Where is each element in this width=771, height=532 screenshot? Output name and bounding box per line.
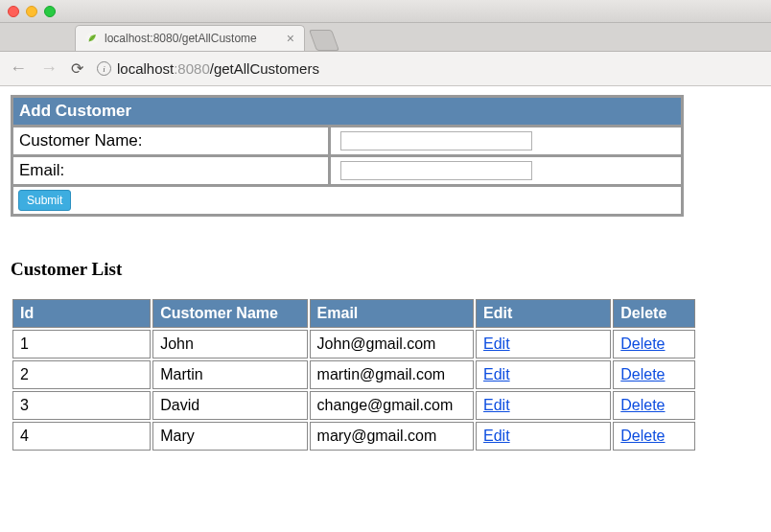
col-del: Delete [613,299,695,328]
edit-link[interactable]: Edit [483,397,510,413]
cell-id: 2 [12,360,151,389]
cell-edit: Edit [476,330,611,359]
delete-link[interactable]: Delete [620,366,665,382]
delete-link[interactable]: Delete [620,428,665,444]
delete-link[interactable]: Delete [620,397,665,413]
form-header: Add Customer [12,97,682,126]
browser-window: localhost:8080/getAllCustome × ← → ⟳ i l… [0,0,771,461]
email-label: Email: [12,156,329,185]
edit-link[interactable]: Edit [483,366,510,382]
address-bar[interactable]: i localhost:8080/getAllCustomers [97,60,319,77]
cell-edit: Edit [476,360,611,389]
list-heading: Customer List [11,259,760,280]
new-tab-button[interactable] [309,30,339,51]
cell-name: David [152,391,307,420]
browser-tab[interactable]: localhost:8080/getAllCustome × [75,25,305,51]
reload-button-icon[interactable]: ⟳ [71,59,83,78]
table-row: 3Davidchange@gmail.comEditDelete [12,391,695,420]
browser-toolbar: ← → ⟳ i localhost:8080/getAllCustomers [0,52,771,86]
url-text: localhost:8080/getAllCustomers [117,60,319,77]
table-row: 1JohnJohn@gmail.comEditDelete [12,330,695,359]
forward-button-icon[interactable]: → [40,58,58,79]
cell-id: 1 [12,330,151,359]
tab-title: localhost:8080/getAllCustome [105,32,281,45]
cell-name: Mary [152,422,307,451]
cell-name: John [152,330,307,359]
name-input[interactable] [340,131,532,150]
cell-email: martin@gmail.com [310,360,474,389]
back-button-icon[interactable]: ← [10,58,27,79]
window-minimize-button[interactable] [26,6,37,17]
spring-leaf-icon [85,32,99,45]
submit-button[interactable]: Submit [18,190,71,211]
delete-link[interactable]: Delete [620,335,665,352]
cell-edit: Edit [476,391,611,420]
cell-email: John@gmail.com [310,330,474,359]
customer-table: Id Customer Name Email Edit Delete 1John… [11,297,697,452]
cell-delete: Delete [613,391,695,420]
url-path: /getAllCustomers [210,60,319,77]
url-port: :8080 [174,60,210,77]
tab-strip: localhost:8080/getAllCustome × [0,23,771,52]
cell-delete: Delete [613,330,695,359]
table-row: 2Martinmartin@gmail.comEditDelete [12,360,695,389]
cell-delete: Delete [613,360,695,389]
window-maximize-button[interactable] [44,6,56,17]
cell-delete: Delete [613,422,695,451]
col-id: Id [12,299,151,328]
cell-edit: Edit [476,422,611,451]
col-email: Email [310,299,474,328]
site-info-icon[interactable]: i [97,61,111,76]
edit-link[interactable]: Edit [483,335,510,352]
cell-id: 3 [12,391,151,420]
cell-id: 4 [12,422,151,451]
window-close-button[interactable] [8,6,19,17]
email-input[interactable] [340,161,532,180]
table-row: 4Marymary@gmail.comEditDelete [12,422,695,451]
tab-close-icon[interactable]: × [287,31,294,46]
page-content: Add Customer Customer Name: Email: Submi… [0,86,771,461]
add-customer-form: Add Customer Customer Name: Email: Submi… [11,95,684,217]
edit-link[interactable]: Edit [483,428,510,444]
col-name: Customer Name [152,299,307,328]
name-label: Customer Name: [12,127,329,155]
cell-email: change@gmail.com [310,391,474,420]
table-header-row: Id Customer Name Email Edit Delete [12,299,695,328]
cell-email: mary@gmail.com [310,422,474,451]
cell-name: Martin [152,360,307,389]
url-host: localhost [117,60,174,77]
traffic-lights [8,6,56,17]
col-edit: Edit [476,299,611,328]
window-titlebar [0,0,771,23]
